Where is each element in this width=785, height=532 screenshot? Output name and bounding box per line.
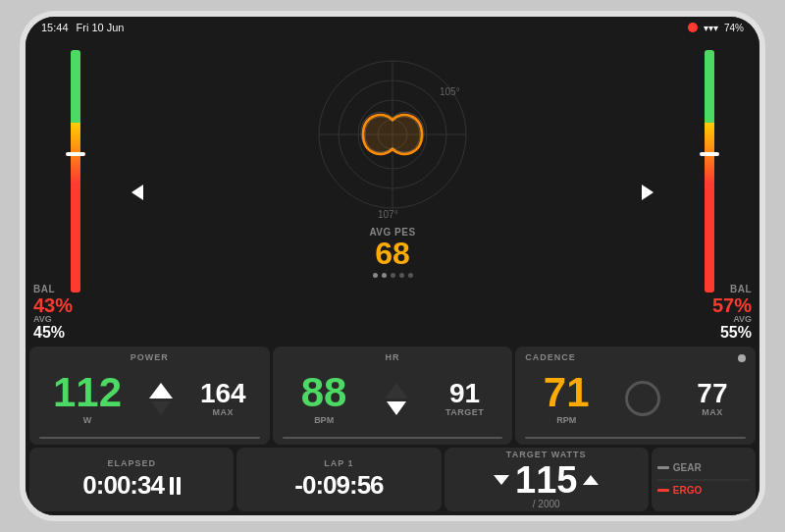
left-power-bar — [71, 50, 80, 293]
left-avg-info: AVG 45% — [33, 314, 65, 342]
cadence-unit: RPM — [544, 415, 590, 425]
power-max-label: MAX — [200, 407, 246, 417]
avg-pes-section: AVG PES 68 — [369, 227, 415, 269]
metrics-row: POWER 112 W 164 MAX — [26, 346, 759, 445]
main-content: BAL 43% AVG 45% — [26, 38, 759, 515]
cadence-max-label: MAX — [697, 407, 727, 417]
hr-sub-bar — [283, 437, 503, 439]
power-sub-bar — [39, 437, 260, 439]
right-avg-value: 55% — [720, 324, 752, 342]
dot-5[interactable] — [408, 273, 413, 278]
cadence-secondary-group: 77 MAX — [697, 380, 727, 417]
left-bal-label: BAL — [33, 284, 73, 294]
elapsed-value: 0:00:34 — [82, 470, 164, 501]
hr-target-label: TARGET — [445, 407, 484, 417]
left-avg-label: AVG — [33, 314, 65, 324]
bottom-row: ELAPSED 0:00:34 LAP 1 -0:09:56 TARGET WA… — [26, 445, 759, 515]
pause-bar-1 — [170, 477, 174, 495]
target-value: 115 — [515, 461, 577, 499]
hr-target-value: 91 — [445, 380, 484, 407]
hr-title: HR — [283, 352, 503, 362]
right-avg-info: AVG 55% — [720, 314, 752, 342]
status-date: Fri 10 Jun — [77, 22, 125, 33]
power-card: POWER 112 W 164 MAX — [29, 346, 270, 445]
right-bal-label: BAL — [712, 284, 752, 294]
record-indicator — [688, 23, 698, 32]
right-power-bar — [705, 50, 714, 293]
right-bar-container — [705, 50, 714, 293]
wifi-icon: ▾▾▾ — [704, 23, 718, 33]
gear-label: GEAR — [673, 462, 702, 473]
power-title: POWER — [39, 352, 260, 362]
cadence-sub-bar — [525, 437, 746, 439]
status-time: 15:44 — [41, 22, 69, 33]
hr-main-group: 88 BPM — [301, 372, 347, 425]
pause-bar-2 — [177, 477, 181, 495]
cadence-values: 71 RPM 77 MAX — [525, 364, 746, 433]
hr-unit: BPM — [301, 415, 347, 425]
hr-values: 88 BPM 91 TARGET — [283, 364, 503, 433]
hr-secondary-group: 91 TARGET — [445, 380, 484, 417]
gear-divider — [657, 479, 750, 481]
target-decrease-button[interactable] — [494, 475, 509, 485]
left-avg-value: 45% — [33, 324, 65, 342]
cadence-circle-icon — [625, 381, 660, 416]
right-avg-label: AVG — [720, 314, 752, 324]
gear-item: GEAR — [657, 462, 750, 473]
right-bal-info: BAL 57% — [712, 284, 752, 317]
cadence-main-value: 71 — [544, 372, 590, 413]
power-max-value: 164 — [200, 380, 246, 407]
left-panel: BAL 43% AVG 45% — [26, 38, 143, 346]
hr-down-arrow — [387, 401, 406, 415]
ergo-item: ERGO — [657, 485, 750, 496]
cadence-max-value: 77 — [697, 380, 727, 407]
elapsed-display: 0:00:34 — [39, 470, 224, 501]
power-up-arrow — [149, 383, 173, 399]
cadence-dot-indicator — [738, 354, 746, 362]
target-card: TARGET WATTS 115 / 2000 — [445, 448, 649, 511]
dot-2[interactable] — [382, 273, 387, 278]
dot-1[interactable] — [373, 273, 378, 278]
lap-title: LAP 1 — [246, 458, 431, 468]
radar-svg: 107° 105° — [294, 46, 491, 223]
status-bar: 15:44 Fri 10 Jun ▾▾▾ 74% — [26, 17, 759, 38]
center-radar: 107° 105° AVG PES 68 — [143, 38, 642, 346]
cadence-title: CADENCE — [525, 352, 576, 362]
power-secondary-group: 164 MAX — [200, 380, 246, 417]
cadence-main-group: 71 RPM — [544, 372, 590, 425]
cadence-header: CADENCE — [525, 352, 746, 364]
target-row: 115 — [454, 461, 639, 499]
svg-text:105°: 105° — [440, 86, 460, 97]
hr-main-value: 88 — [301, 372, 347, 413]
lap-card: LAP 1 -0:09:56 — [236, 448, 441, 511]
target-increase-button[interactable] — [583, 475, 599, 485]
power-values: 112 W 164 MAX — [39, 364, 260, 433]
dot-3[interactable] — [391, 273, 395, 278]
hr-card: HR 88 BPM 91 TARGET — [273, 346, 513, 445]
power-main-value: 112 — [53, 372, 122, 413]
gear-dash-icon — [657, 466, 669, 469]
left-bar-indicator — [66, 152, 85, 156]
ergo-dash-icon — [657, 489, 669, 492]
device-frame: 15:44 Fri 10 Jun ▾▾▾ 74% BAL 43% — [20, 11, 765, 521]
avg-pes-value: 68 — [369, 238, 415, 269]
hr-up-arrow — [385, 383, 408, 399]
left-bar-container — [71, 50, 80, 293]
elapsed-card: ELAPSED 0:00:34 — [29, 448, 234, 511]
left-bal-info: BAL 43% — [33, 284, 73, 317]
cadence-card: CADENCE 71 RPM 77 MAX — [515, 346, 756, 445]
right-bar-indicator — [700, 152, 719, 156]
svg-text:107°: 107° — [378, 209, 398, 220]
power-arrow-group — [149, 383, 173, 415]
gear-card: GEAR ERGO — [652, 448, 756, 511]
target-sub: / 2000 — [454, 499, 639, 509]
target-title: TARGET WATTS — [454, 450, 639, 459]
top-section: BAL 43% AVG 45% — [26, 38, 759, 346]
lap-value: -0:09:56 — [246, 470, 431, 501]
power-down-arrow — [151, 401, 171, 415]
right-panel: BAL 57% AVG 55% — [642, 38, 759, 346]
pause-icon[interactable] — [170, 477, 181, 495]
dot-4[interactable] — [399, 273, 404, 278]
radar-display: 107° 105° — [294, 46, 491, 223]
page-dots — [373, 273, 413, 278]
